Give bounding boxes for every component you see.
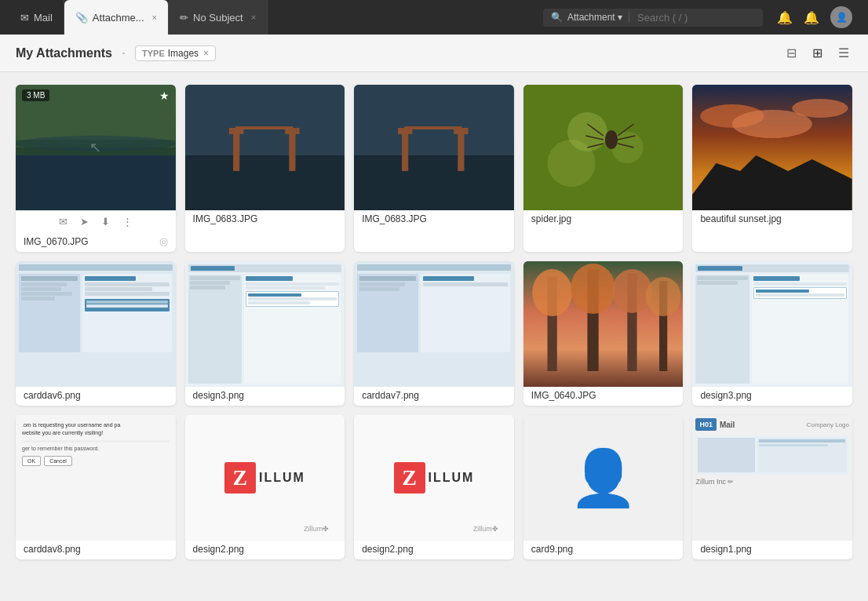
tab-nosubject-close[interactable]: ×: [251, 13, 256, 22]
image-name-1: IMG_0670.JPG: [24, 236, 89, 247]
svg-point-42: [646, 277, 681, 316]
svg-point-22: [605, 130, 618, 149]
image-thumbnail-14: 👤: [523, 415, 684, 541]
image-card-2[interactable]: IMG_0683.JPG: [185, 85, 345, 252]
list-view-button[interactable]: ☰: [835, 42, 852, 64]
svg-rect-6: [233, 132, 239, 171]
image-footer-2: IMG_0683.JPG: [185, 210, 345, 229]
image-footer-9: IMG_0640.JPG: [523, 387, 684, 406]
image-thumbnail-9: [523, 261, 684, 387]
search-input[interactable]: [637, 12, 755, 24]
image-name-9: IMG_0640.JPG: [531, 390, 596, 401]
svg-rect-12: [354, 155, 514, 210]
image-name-2: IMG_0683.JPG: [193, 213, 258, 224]
image-card-15[interactable]: H01 Mail Company Logo Zillum Inc ✏: [692, 415, 852, 559]
svg-rect-13: [402, 132, 408, 171]
svg-rect-18: [523, 85, 684, 210]
subheader: My Attachments · TYPE Images × ⊟ ⊞ ☰: [0, 35, 868, 72]
image-name-7: design3.png: [193, 390, 244, 401]
topbar-icons: 🔔 🔔 👤: [777, 6, 852, 28]
image-name-5: beautiful sunset.jpg: [700, 213, 781, 224]
image-pin-1[interactable]: ◎: [159, 235, 168, 247]
image-star-1[interactable]: ★: [159, 89, 170, 102]
image-thumbnail-6: [16, 261, 176, 387]
image-card-12[interactable]: Z ILLUM Zillum✤ design2.png: [185, 415, 345, 559]
image-footer-8: carddav7.png: [354, 387, 514, 406]
filter-chip-value: Images: [168, 48, 199, 59]
image-card-7[interactable]: design3.png: [185, 261, 345, 406]
image-thumbnail-1: 3 MB ★ ↖: [16, 85, 176, 210]
image-thumbnail-11: .om is requesting your username and pa w…: [16, 415, 176, 541]
image-card-1[interactable]: 3 MB ★ ↖ ✉ ➤ ⬇ ⋮ IMG_0670.JPG ◎: [16, 85, 176, 252]
breadcrumb-separator: ·: [122, 45, 126, 61]
mail-icon: ✉: [20, 12, 29, 24]
svg-rect-15: [458, 132, 465, 171]
filter-chip-close[interactable]: ×: [203, 48, 209, 59]
image-name-4: spider.jpg: [531, 213, 571, 224]
image-card-5[interactable]: beautiful sunset.jpg: [692, 85, 852, 252]
image-thumbnail-7: [185, 261, 345, 387]
image-footer-3: IMG_0683.JPG: [354, 210, 514, 229]
image-card-4[interactable]: spider.jpg: [523, 85, 684, 252]
image-card-3[interactable]: IMG_0683.JPG: [354, 85, 514, 252]
tab-mail-label: Mail: [34, 12, 53, 24]
tab-attachments-close[interactable]: ×: [152, 13, 157, 22]
more-action-1[interactable]: ⋮: [122, 216, 133, 228]
tab-attachments[interactable]: 📎 Attachme... ×: [64, 0, 169, 35]
image-card-10[interactable]: design3.png: [692, 261, 852, 406]
image-thumbnail-15: H01 Mail Company Logo Zillum Inc ✏: [692, 415, 852, 541]
image-card-14[interactable]: 👤 card9.png: [523, 415, 684, 559]
topbar: ✉ Mail 📎 Attachme... × ✏ No Subject × 🔍 …: [0, 0, 868, 35]
subheader-actions: ⊟ ⊞ ☰: [783, 42, 852, 64]
page-title: My Attachments: [16, 46, 112, 60]
image-name-11: carddav8.png: [24, 544, 81, 555]
send-action-1[interactable]: ➤: [80, 216, 89, 228]
tab-mail[interactable]: ✉ Mail: [9, 0, 64, 35]
email-action-1[interactable]: ✉: [59, 216, 67, 228]
image-name-10: design3.png: [700, 390, 751, 401]
user-avatar[interactable]: 👤: [830, 6, 852, 28]
attachment-icon: 📎: [75, 12, 88, 24]
svg-rect-8: [289, 132, 295, 171]
svg-point-40: [571, 264, 615, 314]
main-content: 3 MB ★ ↖ ✉ ➤ ⬇ ⋮ IMG_0670.JPG ◎: [0, 72, 868, 601]
image-name-6: carddav6.png: [24, 390, 81, 401]
svg-point-32: [732, 110, 812, 138]
image-card-6[interactable]: carddav6.png: [16, 261, 176, 406]
grid-view-button[interactable]: ⊞: [809, 42, 826, 64]
edit-icon: ✏: [180, 12, 188, 24]
image-grid: 3 MB ★ ↖ ✉ ➤ ⬇ ⋮ IMG_0670.JPG ◎: [16, 85, 852, 559]
image-footer-11: carddav8.png: [16, 541, 176, 559]
tab-nosubject[interactable]: ✏ No Subject ×: [169, 0, 268, 35]
search-prefix[interactable]: Attachment ▾: [567, 12, 629, 23]
notifications-icon[interactable]: 🔔: [777, 10, 793, 25]
tab-attachments-label: Attachme...: [93, 12, 144, 24]
image-card-11[interactable]: .om is requesting your username and pa w…: [16, 415, 176, 559]
filter-button[interactable]: ⊟: [783, 42, 800, 64]
image-thumbnail-12: Z ILLUM Zillum✤: [185, 415, 345, 541]
image-badge-1: 3 MB: [22, 89, 49, 101]
image-actions-1: ✉ ➤ ⬇ ⋮: [16, 210, 176, 232]
filter-chip[interactable]: TYPE Images ×: [135, 46, 216, 61]
image-thumbnail-3: [354, 85, 514, 210]
download-action-1[interactable]: ⬇: [101, 216, 110, 228]
filter-chip-type: TYPE: [142, 49, 165, 58]
image-footer-5: beautiful sunset.jpg: [692, 210, 852, 229]
image-thumbnail-2: [185, 85, 345, 210]
bell-icon[interactable]: 🔔: [804, 10, 819, 25]
image-card-8[interactable]: carddav7.png: [354, 261, 514, 406]
svg-rect-5: [185, 155, 345, 210]
image-name-13: design2.png: [362, 544, 413, 555]
image-name-8: carddav7.png: [362, 390, 419, 401]
svg-point-39: [532, 269, 572, 316]
search-icon: 🔍: [551, 12, 563, 23]
image-footer-15: design1.png: [692, 541, 852, 559]
search-container: 🔍 Attachment ▾: [543, 9, 763, 27]
image-card-13[interactable]: Z ILLUM Zillum✤ design2.png: [354, 415, 514, 559]
image-name-3: IMG_0683.JPG: [362, 213, 427, 224]
image-name-12: design2.png: [193, 544, 244, 555]
image-footer-6: carddav6.png: [16, 387, 176, 406]
image-footer-4: spider.jpg: [523, 210, 684, 229]
image-card-9[interactable]: IMG_0640.JPG: [523, 261, 684, 406]
image-thumbnail-8: [354, 261, 514, 387]
